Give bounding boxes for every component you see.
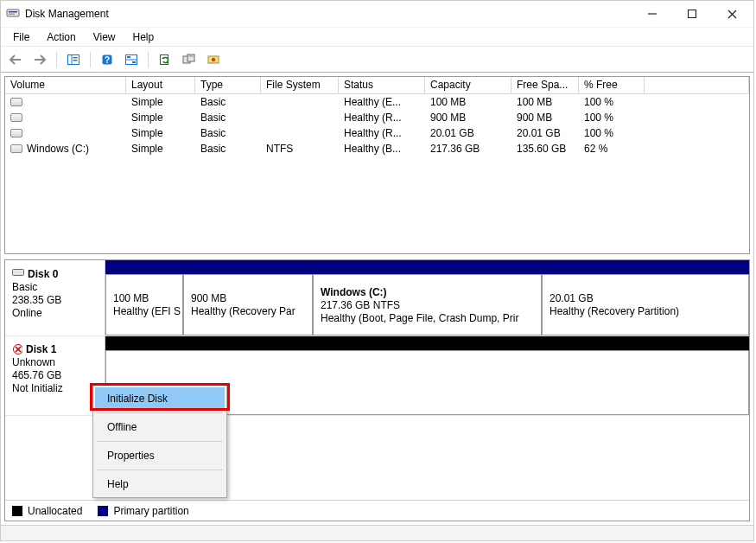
toolbar-separator	[90, 52, 91, 67]
toolbar-separator	[148, 52, 149, 67]
col-layout[interactable]: Layout	[126, 77, 195, 93]
volume-list[interactable]: Volume Layout Type File System Status Ca…	[4, 76, 750, 254]
disk-name: Disk 1	[26, 343, 56, 355]
partition-status: Healthy (Recovery Partition)	[550, 305, 741, 317]
back-button[interactable]	[6, 50, 25, 69]
cell-status: Healthy (R...	[339, 112, 425, 124]
cell-status: Healthy (R...	[339, 127, 425, 139]
disk-block[interactable]: Disk 0 Basic 238.35 GB Online 100 MB Hea…	[5, 260, 749, 336]
ctx-initialize-disk[interactable]: Initialize Disk	[95, 387, 225, 410]
col-filesystem[interactable]: File System	[261, 77, 339, 93]
help-button[interactable]: ?	[98, 50, 117, 69]
app-icon	[6, 6, 20, 22]
col-type[interactable]: Type	[195, 77, 261, 93]
menu-help[interactable]: Help	[124, 29, 163, 45]
svg-rect-0	[7, 10, 19, 16]
disk-partitions: 100 MB Healthy (EFI S 900 MB Healthy (Re…	[105, 260, 749, 335]
cell-layout: Simple	[126, 112, 195, 124]
partition-name: Windows (C:)	[321, 286, 534, 298]
disk-error-icon	[12, 344, 22, 355]
volume-icon	[10, 98, 22, 106]
toolbar: ?	[1, 46, 753, 72]
settings-panel-button[interactable]	[122, 50, 141, 69]
partition-cell[interactable]: 100 MB Healthy (EFI S	[105, 274, 183, 335]
partition-strip	[105, 336, 749, 350]
ctx-offline[interactable]: Offline	[95, 416, 225, 438]
close-button[interactable]	[712, 1, 752, 27]
cell-capacity: 217.36 GB	[425, 143, 511, 155]
cell-status: Healthy (B...	[339, 143, 425, 155]
col-pctfree[interactable]: % Free	[579, 77, 645, 93]
svg-rect-25	[13, 270, 24, 276]
ctx-separator	[97, 441, 223, 442]
legend-swatch-primary	[98, 506, 108, 516]
status-bar	[1, 525, 753, 540]
svg-rect-1	[9, 11, 17, 13]
partition-cell[interactable]: 900 MB Healthy (Recovery Par	[183, 274, 313, 335]
volume-rows: Simple Basic Healthy (E... 100 MB 100 MB…	[5, 94, 749, 253]
show-hide-tree-button[interactable]	[64, 50, 83, 69]
cell-fs: NTFS	[261, 143, 339, 155]
col-capacity[interactable]: Capacity	[425, 77, 511, 93]
cell-free: 20.01 GB	[511, 127, 579, 139]
partition-status: Healthy (Boot, Page File, Crash Dump, Pr…	[321, 312, 534, 324]
rescan-disks-button[interactable]	[180, 50, 199, 69]
volume-row[interactable]: Simple Basic Healthy (E... 100 MB 100 MB…	[5, 94, 749, 110]
cell-capacity: 100 MB	[425, 96, 511, 108]
cell-free: 100 MB	[511, 96, 579, 108]
svg-rect-18	[132, 61, 136, 63]
cell-free: 900 MB	[511, 112, 579, 124]
partition-cell[interactable]: 20.01 GB Healthy (Recovery Partition)	[542, 274, 749, 335]
partition-size: 20.01 GB	[550, 292, 741, 304]
volume-icon	[10, 129, 22, 137]
partition-size: 100 MB	[113, 292, 175, 304]
disk-size: 465.76 GB	[12, 369, 98, 381]
svg-rect-4	[689, 10, 696, 18]
disk-label[interactable]: Disk 0 Basic 238.35 GB Online	[5, 260, 105, 335]
svg-rect-2	[9, 13, 15, 15]
toolbar-separator	[56, 52, 57, 67]
minimize-button[interactable]	[632, 1, 672, 27]
partition-size: 217.36 GB NTFS	[321, 299, 534, 311]
maximize-button[interactable]	[672, 1, 712, 27]
refresh-button[interactable]	[156, 50, 175, 69]
partition-strip	[105, 260, 749, 274]
col-status[interactable]: Status	[339, 77, 425, 93]
volume-row[interactable]: Windows (C:) Simple Basic NTFS Healthy (…	[5, 141, 749, 157]
menu-file[interactable]: File	[4, 29, 38, 45]
col-volume[interactable]: Volume	[5, 77, 126, 93]
disk-label[interactable]: Disk 1 Unknown 465.76 GB Not Initializ	[5, 336, 105, 415]
ctx-separator	[97, 412, 223, 413]
volume-row[interactable]: Simple Basic Healthy (R... 900 MB 900 MB…	[5, 110, 749, 125]
partition-size: 900 MB	[191, 292, 305, 304]
disk-icon	[12, 267, 24, 280]
col-extra[interactable]	[645, 77, 749, 93]
menu-action[interactable]: Action	[38, 29, 84, 45]
disk-state: Not Initializ	[12, 382, 98, 394]
ctx-help[interactable]: Help	[95, 473, 225, 495]
forward-button[interactable]	[30, 50, 49, 69]
disk-size: 238.35 GB	[12, 294, 98, 306]
cell-pct: 62 %	[579, 143, 645, 155]
svg-rect-17	[127, 56, 130, 58]
cell-pct: 100 %	[579, 127, 645, 139]
legend-swatch-unallocated	[12, 506, 22, 516]
disk-name: Disk 0	[28, 268, 58, 280]
cell-layout: Simple	[126, 143, 195, 155]
volume-icon	[10, 144, 22, 153]
disk-state: Online	[12, 307, 98, 319]
action-button[interactable]	[204, 50, 223, 69]
svg-text:?: ?	[105, 55, 110, 65]
cell-pct: 100 %	[579, 96, 645, 108]
ctx-properties[interactable]: Properties	[95, 444, 225, 467]
partition-cell[interactable]: Windows (C:) 217.36 GB NTFS Healthy (Boo…	[313, 274, 542, 335]
cell-type: Basic	[195, 96, 261, 108]
legend-label-unallocated: Unallocated	[28, 505, 82, 517]
partition-status: Healthy (Recovery Par	[191, 305, 305, 317]
menu-view[interactable]: View	[85, 29, 124, 45]
volume-row[interactable]: Simple Basic Healthy (R... 20.01 GB 20.0…	[5, 125, 749, 141]
col-free[interactable]: Free Spa...	[511, 77, 579, 93]
svg-point-24	[212, 57, 216, 61]
cell-type: Basic	[195, 112, 261, 124]
svg-rect-12	[73, 60, 78, 61]
